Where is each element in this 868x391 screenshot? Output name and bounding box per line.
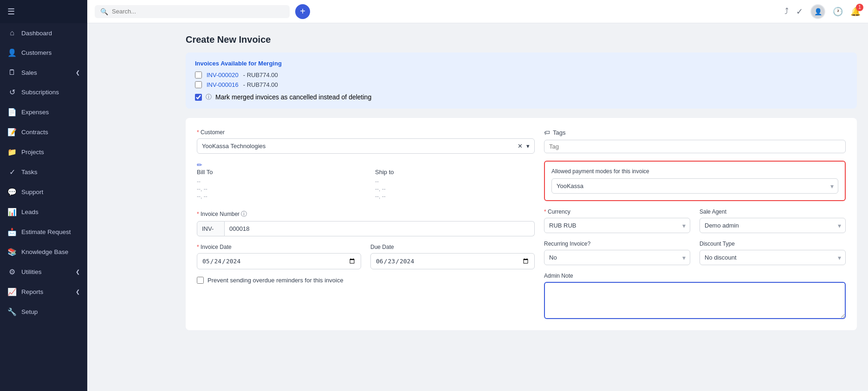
subscriptions-icon: ↺ [7,88,17,97]
customer-group: Customer YooKassa Technologies ✕ ▾ [197,129,535,154]
main-content: Create New Invoice Invoices Available fo… [175,23,868,391]
invoice-number-input[interactable] [225,221,535,236]
currency-select[interactable]: RUB RUB [544,218,690,233]
prevent-reminder-checkbox[interactable] [197,277,204,284]
sidebar-item-setup[interactable]: 🔧 Setup [0,302,87,322]
dropdown-customer-icon[interactable]: ▾ [526,143,530,150]
sidebar-label-knowledge: Knowledge Base [21,248,68,255]
merge-invoice-1-link[interactable]: INV-000020 [207,72,239,78]
contracts-icon: 📝 [7,128,17,137]
sidebar-item-knowledge-base[interactable]: 📚 Knowledge Base [0,242,87,262]
due-date-input[interactable] [370,253,535,269]
ship-line-3: --, -- [375,193,535,200]
payment-modes-section: Allowed payment modes for this invoice Y… [544,161,846,201]
admin-note-textarea[interactable] [544,282,846,319]
estimate-icon: 📩 [7,228,17,236]
page-title: Create New Invoice [186,34,857,45]
check-icon[interactable]: ✓ [796,7,803,17]
recurring-select[interactable]: No [544,250,690,265]
due-date-label: Due Date [370,244,535,250]
sale-agent-label: Sale Agent [700,209,846,215]
customers-icon: 👤 [7,48,17,57]
currency-label: Currency [544,209,690,215]
projects-icon: 📁 [7,148,17,156]
hamburger-icon[interactable]: ☰ [7,7,15,17]
ship-line-2: --, -- [375,186,535,192]
add-button[interactable]: + [295,4,310,19]
bill-line-3: --, -- [197,193,356,200]
sidebar-item-utilities[interactable]: ⚙ Utilities ❮ [0,262,87,282]
sidebar-label-support: Support [21,189,43,196]
recurring-label: Recurring Invoice? [544,241,690,247]
sidebar-item-contracts[interactable]: 📝 Contracts [0,122,87,142]
sale-agent-select[interactable]: Demo admin [700,218,846,233]
due-date-group: Due Date [370,244,535,269]
share-icon[interactable]: ⤴ [784,7,789,16]
sidebar-item-customers[interactable]: 👤 Customers [0,43,87,63]
notification-badge: 1 [856,4,863,11]
bill-to-col: Bill To -- --, -- --, -- [197,169,356,201]
leads-icon: 📊 [7,208,17,216]
sidebar-item-expenses[interactable]: 📄 Expenses [0,102,87,122]
sidebar-item-subscriptions[interactable]: ↺ Subscriptions [0,82,87,102]
invoice-date-input[interactable] [197,253,361,269]
reports-icon: 📈 [7,287,17,296]
merge-invoice-2-checkbox[interactable] [195,81,202,88]
sale-agent-select-wrap: Demo admin [700,218,846,233]
sidebar-item-support[interactable]: 💬 Support [0,182,87,202]
ship-to-label: Ship to [375,169,535,176]
sidebar-item-reports[interactable]: 📈 Reports ❮ [0,282,87,302]
sidebar-item-sales[interactable]: 🗒 Sales ❮ [0,63,87,82]
sidebar-header: ☰ [0,0,87,23]
sales-chevron-icon: ❮ [76,70,80,76]
sales-icon: 🗒 [7,68,17,77]
merge-invoice-2: INV-000016 - RUB774.00 [195,81,848,88]
search-box: 🔍 [95,5,290,18]
payment-modes-label: Allowed payment modes for this invoice [551,168,838,175]
invoice-number-help-icon: ⓘ [241,210,247,217]
merge-invoice-2-link[interactable]: INV-000016 [207,81,239,88]
tag-icon: 🏷 [544,129,550,136]
sidebar-item-projects[interactable]: 📁 Projects [0,142,87,162]
support-icon: 💬 [7,188,17,196]
customer-icons: ✕ ▾ [518,143,530,150]
edit-icon[interactable]: ✏ [197,161,202,169]
merge-heading: Invoices Available for Merging [195,60,848,67]
sidebar-label-subscriptions: Subscriptions [21,89,59,96]
search-input[interactable] [112,8,284,15]
customer-label: Customer [197,129,535,136]
avatar[interactable]: 👤 [810,4,825,19]
sidebar-label-contracts: Contracts [21,129,48,136]
admin-note-group: Admin Note [544,273,846,319]
invoice-date-label: Invoice Date [197,244,361,250]
discount-type-select[interactable]: No discount [700,250,846,265]
ship-to-col: Ship to -- --, -- --, -- [375,169,535,201]
notification-wrap: 🔔 1 [850,7,861,17]
topbar: 🔍 + ⤴ ✓ 👤 🕐 🔔 1 [87,0,868,23]
sidebar-item-leads[interactable]: 📊 Leads [0,202,87,222]
merge-invoice-1-checkbox[interactable] [195,72,202,78]
sidebar-item-dashboard[interactable]: ⌂ Dashboard [0,23,87,43]
clock-icon[interactable]: 🕐 [833,7,843,17]
customer-select[interactable]: YooKassa Technologies ✕ ▾ [197,138,535,154]
prevent-reminder-label: Prevent sending overdue reminders for th… [207,277,343,284]
sidebar-item-estimate-request[interactable]: 📩 Estimate Request [0,222,87,242]
merge-cancel-checkbox[interactable] [195,94,202,101]
sidebar-label-setup: Setup [21,308,38,315]
discount-type-label: Discount Type [700,241,846,247]
help-icon: ⓘ [206,93,212,101]
currency-group: Currency RUB RUB [544,209,690,233]
sidebar-item-tasks[interactable]: ✓ Tasks [0,162,87,182]
sidebar-label-leads: Leads [21,209,39,215]
currency-agent-row: Currency RUB RUB Sale Agent Demo admin [544,209,846,233]
payment-mode-select[interactable]: YooKassa [551,178,838,194]
clear-customer-icon[interactable]: ✕ [518,143,523,150]
recurring-select-wrap: No [544,250,690,265]
reports-chevron-icon: ❮ [76,289,80,295]
form-left-column: Customer YooKassa Technologies ✕ ▾ ✏ [197,129,535,319]
expenses-icon: 📄 [7,108,17,117]
payment-mode-select-wrap: YooKassa [551,178,838,194]
tag-input[interactable] [544,140,846,153]
sidebar-label-tasks: Tasks [21,169,38,176]
sale-agent-group: Sale Agent Demo admin [700,209,846,233]
